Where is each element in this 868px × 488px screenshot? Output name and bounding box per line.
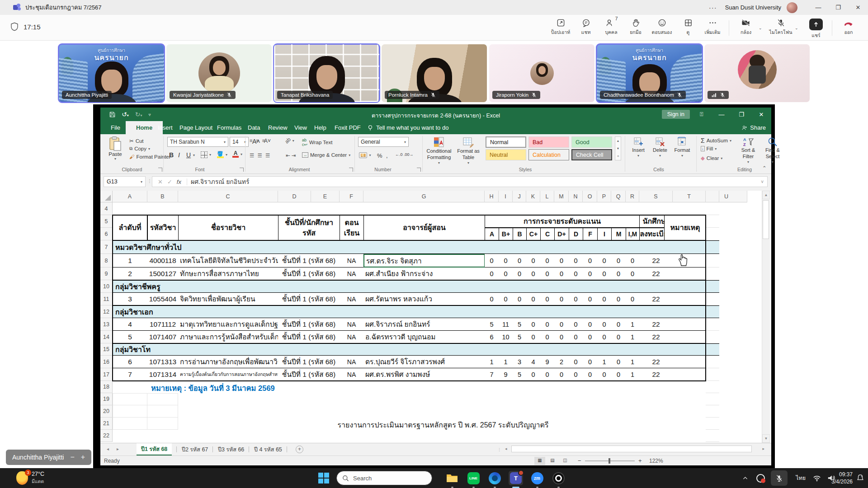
window-minimize-button[interactable]: — [808,0,828,15]
cell-no[interactable]: 1 [113,254,148,267]
row-header[interactable]: 10 [100,280,113,293]
header-code[interactable]: รหัสวิชา [147,215,179,240]
taskbar-search[interactable]: Search [336,471,432,485]
cell-grade[interactable]: 11 [499,318,513,331]
clipboard-dialog-launcher[interactable] [158,168,162,172]
pill-minimize-icon[interactable]: − [70,453,74,461]
zoom-out-button[interactable]: − [578,457,581,464]
cell-grade[interactable]: 0 [583,254,598,267]
cell-grade[interactable]: 0 [554,254,569,267]
indent-icons[interactable]: ⇤ ⇥ [286,152,296,159]
cell-grade[interactable]: 0 [583,368,598,381]
column-header[interactable]: F [340,191,363,202]
find-select-button[interactable]: Find & Select▾ [761,136,784,164]
sheet-nav-right-icon[interactable]: ▸ [117,446,119,451]
cell-grade[interactable]: 0 [540,293,555,305]
cell-teacher[interactable]: ผศ.สำเนียง ฟ้ากระจ่าง [363,267,485,280]
row-header[interactable]: 11 [100,293,113,305]
column-header[interactable]: D [278,191,311,202]
section-row[interactable]: กลุ่มวิชาโท [113,343,719,356]
row-header[interactable]: 20 [100,405,113,418]
popout-button[interactable]: ป็อปเอาท์ [548,19,573,36]
cell[interactable] [113,393,147,405]
column-header[interactable]: M [554,191,569,202]
weather-widget[interactable]: 3 27°Cมีแดด [16,470,44,485]
titlebar-more-icon[interactable]: ··· [709,4,717,11]
cell-grade[interactable]: 0 [569,267,583,280]
account-avatar[interactable] [787,2,797,13]
cell-course[interactable]: ภาษาและการรู้หนังสือสำหรับเด็กปฐม [178,331,278,343]
cell-grade[interactable]: 0 [554,293,569,305]
cell-grade[interactable]: 9 [499,368,513,381]
header-grade-letter[interactable]: B+ [499,228,513,240]
window-close-button[interactable]: ✕ [848,0,868,15]
cell-no[interactable]: 3 [113,293,148,305]
cell-grade[interactable]: 0 [513,293,527,305]
file-explorer-icon[interactable] [445,471,459,485]
row-header[interactable]: 17 [100,368,113,381]
cell-grade[interactable]: 0 [583,331,598,343]
header-grade-group[interactable]: การกระจายระดับคะแนน [485,215,640,228]
bold-button[interactable]: B [169,151,174,159]
header-grade-letter[interactable]: B [513,228,527,240]
excel-restore-button[interactable]: ❐ [731,111,751,118]
leave-button[interactable]: ออก [836,19,861,36]
edge-browser-icon[interactable] [487,471,502,485]
notification-bell-icon[interactable]: z [856,474,864,482]
cell-grade[interactable]: 0 [583,267,598,280]
collapse-ribbon-icon[interactable]: ⌃ [762,165,767,171]
tray-mic-muted-icon[interactable] [771,470,788,486]
style-bad[interactable]: Bad [528,136,569,148]
cell-teacher[interactable]: ผศ.ดร.พรพิศ งามพงษ์ [363,368,485,381]
cell[interactable] [113,405,147,418]
cell-grade[interactable]: 1 [626,331,640,343]
row-header[interactable]: 19 [100,393,113,405]
cell-grade[interactable]: 7 [485,368,499,381]
tab-foxit-pdf[interactable]: Foxit PDF [331,121,364,134]
cell-grade[interactable]: 2 [554,356,569,368]
cell-grade[interactable]: 0 [597,318,612,331]
row-header[interactable]: 8 [100,254,113,267]
formula-cancel-icon[interactable]: ✕ [152,178,167,185]
cell-grade[interactable]: 10 [499,331,513,343]
fill-color-button[interactable]: 🪣▾ [217,151,227,158]
mic-button[interactable]: ไมโครโฟน [769,19,793,36]
excel-minimize-button[interactable]: — [712,111,731,118]
borders-button[interactable]: ▾ [201,151,211,158]
raise-hand-button[interactable]: ยกมือ [623,19,648,36]
cell-grade[interactable]: 5 [513,368,527,381]
column-header[interactable]: A [113,191,147,202]
row-header[interactable]: 21 [100,418,113,430]
header-section[interactable]: ตอนเรียน [340,215,364,240]
copy-button[interactable]: ⧉Copy ▾ [129,146,150,151]
cell-grade[interactable]: 0 [485,293,499,305]
cell-grade[interactable]: 0 [611,356,626,368]
delete-cells-button[interactable]: Delete▾ [650,136,670,158]
section-row[interactable]: กลุ่มวิชาชีพครู [113,280,719,293]
header-grade-letter[interactable]: C [540,228,555,240]
cell-grade[interactable]: 0 [569,368,583,381]
view-button[interactable]: ดู [676,19,700,36]
cell-grade[interactable]: 1 [485,356,499,368]
cell-grade[interactable]: 0 [597,293,612,305]
cell-grade[interactable]: 0 [569,293,583,305]
cell[interactable] [147,405,178,418]
view-page-layout-button[interactable]: ▤ [547,457,558,465]
header-year[interactable]: ชั้นปีที่/นักศึกษารหัส [278,215,340,240]
column-header[interactable]: T [673,191,706,202]
font-dialog-launcher[interactable] [240,168,244,172]
zoom-level[interactable]: 122% [649,458,663,464]
participant-tile[interactable]: Jiraporn Yokin [489,44,594,102]
cell-grade[interactable]: 0 [499,293,513,305]
cell-grade[interactable]: 0 [499,267,513,280]
cell-year[interactable]: ชั้นปีที่ 1 (รหัส 68) [278,331,340,343]
cell-grade[interactable]: 0 [540,331,555,343]
sign-in-button[interactable]: Sign in [662,110,690,119]
cell-grade[interactable]: 0 [540,267,555,280]
tab-formulas[interactable]: Formulas [213,121,245,134]
cell-grade[interactable]: 0 [611,368,626,381]
format-painter-button[interactable]: 🖌Format Painter [129,154,171,160]
cell-grade[interactable]: 0 [485,254,499,267]
start-button[interactable] [318,473,330,484]
cell-year[interactable]: ชั้นปีที่ 1 (รหัส 68) [278,267,340,280]
